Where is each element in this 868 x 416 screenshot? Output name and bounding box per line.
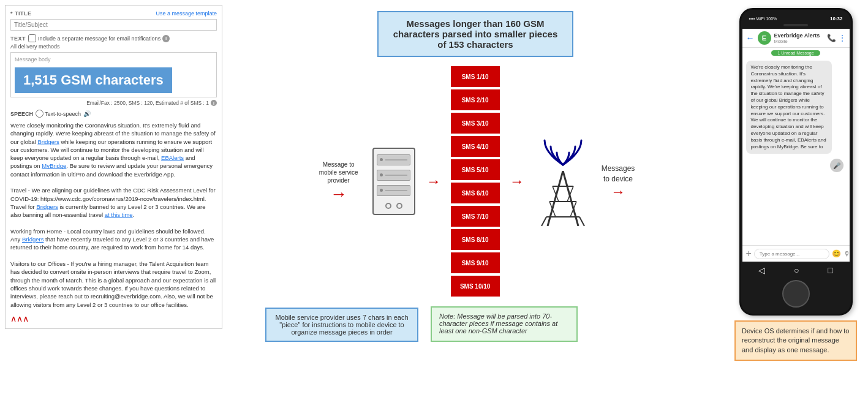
back-arrow-icon[interactable]: ← (746, 33, 755, 43)
middle-right-arrow-icon: → (426, 174, 441, 189)
recents-nav-icon[interactable]: □ (828, 265, 833, 275)
server-unit-3 (377, 185, 410, 196)
info-icon: i (162, 35, 170, 42)
message-to-provider-label: Message tomobile serviceprovider (319, 161, 358, 184)
message-body-placeholder: Message body (15, 56, 51, 62)
mic-button[interactable]: 🎤 (830, 159, 843, 172)
sms-bar-6: SMS 6/10 (451, 183, 500, 203)
phone-home-button[interactable] (782, 280, 810, 308)
messages-to-device-col: Messagesto device → (597, 164, 640, 199)
server-icon (372, 148, 415, 215)
phone-header: ← E Everbridge Alerts Mobile 📞 ⋮ (742, 29, 850, 48)
separate-email-checkbox[interactable]: Include a separate message for email not… (28, 34, 170, 42)
phone-footer: + 😊 🎙 (742, 245, 850, 262)
info-box-bottom: Mobile service provider uses 7 chars in … (265, 308, 418, 342)
phone-mic-icon[interactable]: 🎙 (843, 250, 850, 257)
server-line-3 (385, 190, 407, 191)
sms-bar-10: SMS 10/10 (451, 276, 500, 297)
sms-bar-5: SMS 5/10 (451, 159, 500, 180)
sms-bar-8: SMS 8/10 (451, 229, 500, 250)
phone-plus-icon[interactable]: + (746, 248, 752, 259)
server-bottom (385, 203, 402, 209)
phone-container: ▪▪▪▪ WiFi 100% 10:32 ← E Everbridge Aler… (739, 8, 853, 316)
text-row: TEXT Include a separate message for emai… (10, 34, 217, 42)
server-line (385, 159, 407, 161)
phone-message-input[interactable] (754, 249, 829, 259)
at-this-time-link[interactable]: at this time (105, 211, 133, 218)
char-count-badge: 1,515 GSM characters (15, 67, 172, 93)
svg-line-1 (563, 171, 578, 226)
separate-email-checkbox-input[interactable] (28, 34, 36, 42)
mybridge-link-1[interactable]: MyBridge (42, 162, 66, 169)
svg-line-9 (542, 217, 546, 226)
unread-badge: 1 Unread Message (771, 50, 820, 56)
messages-to-device-label: Messagesto device (602, 164, 635, 184)
home-nav-icon[interactable]: ○ (794, 265, 799, 275)
server-unit-1 (377, 154, 410, 165)
phone-nav: ◁ ○ □ (744, 262, 848, 276)
back-nav-icon[interactable]: ◁ (758, 265, 765, 275)
main-container: * TITLE Use a message template TEXT Incl… (0, 0, 868, 416)
message-body-area[interactable]: Message body 1,515 GSM characters (10, 52, 217, 97)
stats-info-icon: i (211, 100, 217, 106)
bridgers-link-3[interactable]: Bridgers (22, 236, 43, 243)
phone-speaker (783, 24, 808, 26)
sms-bar-9: SMS 9/10 (451, 252, 500, 273)
server-circle-2 (396, 203, 402, 209)
wifi-icon: WiFi (756, 17, 764, 21)
ebalerts-link[interactable]: EBAlerts (161, 154, 184, 161)
sms-bar-7: SMS 7/10 (451, 206, 500, 227)
middle-section: Messages longer than 160 GSM characters … (222, 5, 728, 342)
mic-button-area: 🎤 (742, 159, 850, 172)
speech-label: SPEECH (10, 111, 33, 117)
device-arrow-icon: → (611, 184, 625, 199)
tower-mast-svg (535, 171, 591, 226)
server-circle-1 (385, 203, 391, 209)
sms-column: SMS 1/10 SMS 2/10 SMS 3/10 SMS 4/10 SMS … (451, 66, 500, 297)
phone-time: 10:32 (830, 16, 842, 21)
left-arrow-col: Message tomobile serviceprovider → (311, 161, 366, 203)
use-template-link[interactable]: Use a message template (156, 10, 217, 17)
emoji-icon[interactable]: 😊 (832, 249, 841, 258)
tts-radio[interactable]: Text-to-speech 🔊 (36, 110, 91, 118)
contact-info: Everbridge Alerts Mobile (774, 32, 824, 44)
phone-call-icon[interactable]: 📞 (827, 34, 836, 42)
device-note-box: Device OS determines if and how to recon… (734, 320, 857, 361)
phone-header-icons: 📞 ⋮ (827, 34, 846, 42)
tower-icon (535, 137, 591, 226)
all-delivery-methods-label: All delivery methods (10, 43, 217, 50)
sms-bar-1: SMS 1/10 (451, 66, 500, 87)
server-dot-3 (380, 189, 383, 192)
contact-name: Everbridge Alerts (774, 32, 824, 39)
server-dot-2 (380, 173, 383, 176)
sms-bar-3: SMS 3/10 (451, 113, 500, 134)
server-line-2 (385, 175, 407, 176)
message-text: We're closely monitoring the Coronavirus… (10, 121, 217, 309)
signal-waves-svg (535, 137, 591, 171)
svg-line-10 (579, 217, 584, 226)
note-box: Note: Message will be parsed into 70-cha… (431, 306, 578, 342)
server-body (372, 148, 415, 215)
message-bubble: We're closely monitoring the Coronavirus… (746, 61, 832, 154)
stats-text: Email/Fax : 2500, SMS : 120, Estimated #… (86, 100, 209, 106)
bottom-icons: ∧∧∧ (10, 314, 217, 323)
title-label: * TITLE (10, 10, 32, 17)
more-options-icon[interactable]: ⋮ (839, 34, 846, 42)
battery-icon: 100% (766, 17, 777, 21)
title-input[interactable] (10, 19, 217, 31)
middle-row: Message tomobile serviceprovider → (228, 66, 722, 297)
phone-status-bar: ▪▪▪▪ WiFi 100% 10:32 (744, 15, 848, 23)
bridgers-link-1[interactable]: Bridgers (37, 138, 59, 145)
svg-line-0 (548, 171, 563, 226)
contact-avatar: E (758, 31, 771, 45)
bottom-notes: Mobile service provider uses 7 chars in … (228, 301, 578, 342)
tts-radio-input[interactable] (36, 110, 43, 118)
right-panel: ▪▪▪▪ WiFi 100% 10:32 ← E Everbridge Aler… (728, 5, 863, 361)
title-row: * TITLE Use a message template (10, 10, 217, 17)
left-panel: * TITLE Use a message template TEXT Incl… (5, 5, 222, 329)
server-unit-2 (377, 170, 410, 181)
phone-status-icons: ▪▪▪▪ WiFi 100% (749, 17, 777, 21)
sms-bar-4: SMS 4/10 (451, 136, 500, 157)
bridgers-link-2[interactable]: Bridgers (36, 203, 58, 210)
info-box-top: Messages longer than 160 GSM characters … (377, 11, 573, 57)
